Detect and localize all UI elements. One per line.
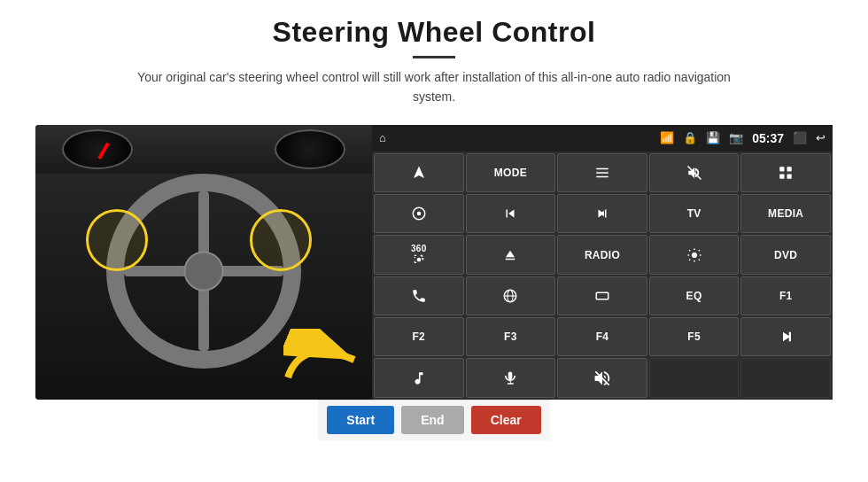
svg-rect-17	[789, 332, 791, 342]
svg-rect-6	[787, 167, 792, 171]
btn-f2[interactable]: F2	[374, 317, 464, 356]
btn-f4[interactable]: F4	[557, 317, 647, 356]
content-area: ⌂ 📶 🔒 💾 📷 05:37 ⬛ ↩ MODE	[35, 125, 833, 400]
btn-settings[interactable]	[374, 194, 464, 233]
status-right: 📶 🔒 💾 📷 05:37 ⬛ ↩	[660, 131, 825, 145]
svg-rect-2	[596, 172, 608, 174]
btn-empty-1	[649, 358, 740, 397]
svg-rect-5	[779, 167, 784, 171]
btn-phone[interactable]	[374, 276, 464, 315]
clear-button[interactable]: Clear	[471, 406, 541, 434]
svg-point-12	[692, 253, 697, 258]
svg-rect-8	[787, 174, 792, 178]
title-section: Steering Wheel Control Your original car…	[124, 16, 744, 107]
home-icon: ⌂	[379, 131, 386, 144]
btn-mute[interactable]	[649, 153, 740, 192]
control-panel: ⌂ 📶 🔒 💾 📷 05:37 ⬛ ↩ MODE	[372, 125, 833, 400]
svg-rect-7	[779, 174, 784, 178]
btn-tv[interactable]: TV	[649, 194, 740, 233]
lock-icon: 🔒	[683, 131, 697, 144]
svg-point-10	[417, 212, 422, 216]
btn-rectangle[interactable]	[557, 276, 647, 315]
btn-media[interactable]: MEDIA	[740, 194, 831, 233]
btn-f1[interactable]: F1	[740, 276, 831, 315]
btn-mic[interactable]	[466, 358, 556, 397]
svg-rect-1	[596, 168, 608, 170]
mirror-icon: ⬛	[793, 131, 807, 144]
btn-list[interactable]	[557, 153, 647, 192]
svg-rect-11	[605, 210, 607, 218]
btn-next[interactable]	[557, 194, 647, 233]
arrow-indicator	[283, 329, 363, 391]
btn-eq[interactable]: EQ	[649, 276, 740, 315]
panel-button-grid: MODE TV	[372, 152, 833, 400]
time-display: 05:37	[752, 131, 784, 145]
bt-icon: 📷	[729, 131, 743, 144]
btn-navigate[interactable]	[374, 153, 464, 192]
btn-radio[interactable]: RADIO	[557, 235, 647, 274]
btn-f5[interactable]: F5	[649, 317, 740, 356]
btn-dvd[interactable]: DVD	[740, 235, 831, 274]
btn-globe[interactable]	[466, 276, 556, 315]
page-title: Steering Wheel Control	[124, 16, 744, 49]
btn-eject[interactable]	[466, 235, 556, 274]
status-icons: ⌂	[379, 131, 386, 144]
btn-empty-2	[740, 358, 831, 397]
btn-speaker-phone[interactable]	[557, 358, 647, 397]
bottom-bar: Start End Clear	[318, 400, 549, 440]
btn-f3[interactable]: F3	[466, 317, 556, 356]
wifi-icon: 📶	[660, 131, 674, 144]
start-button[interactable]: Start	[327, 406, 394, 434]
sd-icon: 💾	[706, 131, 720, 144]
btn-360cam[interactable]: 360	[374, 235, 464, 274]
btn-brightness[interactable]	[649, 235, 740, 274]
back-icon: ↩	[816, 131, 825, 144]
subtitle: Your original car's steering wheel contr…	[124, 67, 744, 107]
right-control-highlight	[250, 209, 312, 271]
btn-mode[interactable]: MODE	[466, 153, 556, 192]
btn-play-pause[interactable]	[740, 317, 831, 356]
svg-rect-16	[596, 292, 608, 299]
btn-prev[interactable]	[466, 194, 556, 233]
btn-apps[interactable]	[740, 153, 831, 192]
status-bar: ⌂ 📶 🔒 💾 📷 05:37 ⬛ ↩	[372, 125, 833, 152]
end-button[interactable]: End	[401, 406, 463, 434]
svg-rect-3	[596, 176, 608, 178]
left-control-highlight	[86, 209, 148, 271]
steering-wheel-image	[35, 125, 372, 400]
btn-music[interactable]	[374, 358, 464, 397]
title-divider	[413, 56, 455, 58]
page-wrapper: Steering Wheel Control Your original car…	[0, 0, 868, 482]
